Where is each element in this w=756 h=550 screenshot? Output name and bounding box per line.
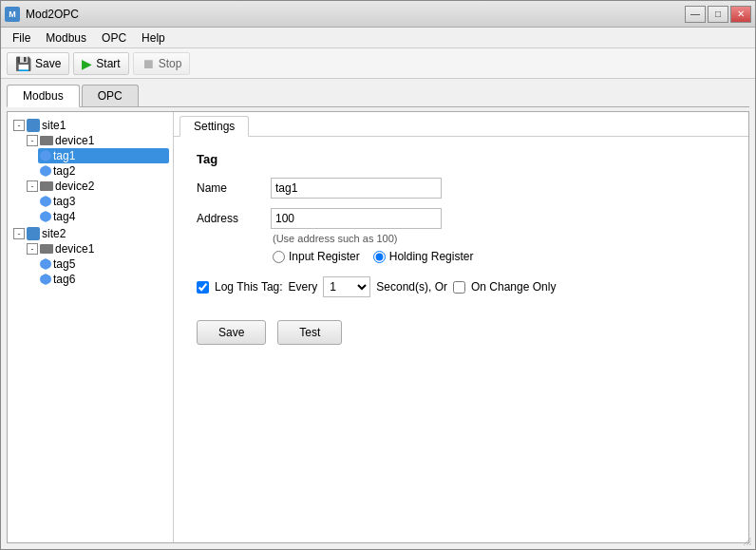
tree-panel: - site1 - device1 [8, 112, 174, 542]
expand-device1b[interactable]: - [27, 243, 38, 255]
menu-bar: File Modbus OPC Help [1, 28, 755, 48]
interval-select[interactable]: 1 2 5 10 30 60 [323, 276, 370, 297]
log-checkbox[interactable] [197, 281, 209, 294]
input-register-label: Input Register [289, 250, 360, 263]
address-row: Address (Use address such as 100) Input … [197, 208, 726, 263]
title-bar: M Mod2OPC — □ ✕ [1, 1, 755, 28]
tree-row-tag4[interactable]: tag4 [38, 209, 169, 224]
title-bar-left: M Mod2OPC [5, 7, 79, 22]
tree-node-site2: - site2 - device1 [11, 226, 169, 287]
menu-file[interactable]: File [5, 29, 38, 47]
tree-node-device2: - device2 tag3 [25, 179, 169, 224]
tree-label-device1: device1 [55, 134, 94, 147]
tree-label-tag2: tag2 [53, 164, 75, 178]
tree-row-device2[interactable]: - device2 [25, 179, 169, 194]
action-buttons: Save Test [197, 320, 726, 345]
tree-row-tag5[interactable]: tag5 [38, 256, 169, 272]
resize-grip[interactable] [742, 536, 753, 547]
device-icon-device1b [40, 244, 53, 254]
input-register-radio[interactable] [273, 251, 285, 263]
expand-device1[interactable]: - [27, 135, 38, 146]
tree-children-device1: tag1 tag2 [25, 148, 169, 179]
main-area: Modbus OPC - site1 [1, 79, 755, 549]
tab-opc[interactable]: OPC [82, 85, 139, 106]
content-pane: - site1 - device1 [7, 111, 749, 543]
tree-row-tag3[interactable]: tag3 [38, 194, 169, 209]
tree-row-site1[interactable]: - site1 [11, 118, 169, 133]
site-icon-site1 [27, 119, 40, 132]
maximize-button[interactable]: □ [708, 6, 728, 23]
every-label: Every [289, 280, 318, 294]
holding-register-label: Holding Register [389, 250, 474, 263]
name-input[interactable] [271, 178, 442, 199]
seconds-label: Second(s), Or [376, 280, 447, 294]
main-tab-bar: Modbus OPC [7, 85, 749, 107]
settings-section-title: Tag [197, 152, 726, 166]
tag-icon-tag3 [40, 196, 51, 207]
tree-children-device1b: tag5 tag6 [25, 256, 169, 287]
menu-opc[interactable]: OPC [94, 29, 134, 47]
tree-row-device1[interactable]: - device1 [25, 133, 169, 148]
tree-node-device1b: - device1 tag5 [25, 241, 169, 287]
save-icon: 💾 [15, 56, 31, 71]
device-icon-device1 [40, 136, 53, 145]
start-icon: ▶ [82, 56, 92, 71]
start-label: Start [96, 57, 120, 70]
input-register-option[interactable]: Input Register [273, 250, 360, 263]
tree-label-tag1: tag1 [53, 149, 75, 162]
settings-tab[interactable]: Settings [180, 116, 249, 137]
tree-row-tag2[interactable]: tag2 [38, 163, 169, 179]
holding-register-radio[interactable] [373, 251, 386, 263]
tree-row-site2[interactable]: - site2 [11, 226, 169, 241]
tree-label-tag6: tag6 [53, 273, 75, 286]
register-type-group: Input Register Holding Register [273, 250, 473, 263]
tree-label-tag5: tag5 [53, 257, 75, 271]
tree-children-site2: - device1 tag5 [11, 241, 169, 287]
holding-register-option[interactable]: Holding Register [373, 250, 474, 263]
tree-label-site1: site1 [42, 119, 66, 132]
tree-children-site1: - device1 tag1 [11, 133, 169, 224]
tag-icon-tag1 [40, 150, 51, 161]
on-change-only-label: On Change Only [471, 280, 556, 294]
tree-row-device1b[interactable]: - device1 [25, 241, 169, 256]
tree-label-device2: device2 [55, 180, 94, 193]
tree-row-tag6[interactable]: tag6 [38, 272, 169, 287]
toolbar-stop-button[interactable]: ⏹ Stop [133, 52, 191, 75]
tag-icon-tag4 [40, 211, 51, 222]
tag-icon-tag2 [40, 165, 51, 177]
tree-label-site2: site2 [42, 227, 66, 240]
settings-content: Tag Name Address (Use address such as 10… [174, 137, 748, 542]
tag-icon-tag5 [40, 258, 51, 270]
on-change-only-checkbox[interactable] [453, 281, 465, 294]
window-title: Mod2OPC [26, 8, 79, 21]
log-row: Log This Tag: Every 1 2 5 10 30 60 Secon… [197, 276, 726, 297]
test-button[interactable]: Test [277, 320, 342, 345]
app-window: M Mod2OPC — □ ✕ File Modbus OPC Help 💾 S… [0, 0, 756, 550]
toolbar-start-button[interactable]: ▶ Start [73, 52, 128, 75]
save-label: Save [35, 57, 61, 70]
site-icon-site2 [27, 227, 40, 240]
tree-label-device1b: device1 [55, 242, 94, 256]
save-button[interactable]: Save [197, 320, 266, 345]
name-row: Name [197, 178, 726, 199]
address-input[interactable] [271, 208, 442, 229]
tree-row-tag1[interactable]: tag1 [38, 148, 169, 163]
tree-node-site1: - site1 - device1 [11, 118, 169, 224]
expand-site1[interactable]: - [13, 120, 25, 131]
tag-icon-tag6 [40, 274, 51, 285]
minimize-button[interactable]: — [685, 6, 706, 23]
close-button[interactable]: ✕ [730, 6, 751, 23]
toolbar: 💾 Save ▶ Start ⏹ Stop [1, 48, 755, 79]
settings-tab-bar: Settings [174, 112, 748, 137]
expand-device2[interactable]: - [27, 180, 38, 192]
tab-modbus[interactable]: Modbus [7, 85, 80, 107]
menu-modbus[interactable]: Modbus [38, 29, 94, 47]
toolbar-save-button[interactable]: 💾 Save [7, 52, 69, 75]
menu-help[interactable]: Help [134, 29, 173, 47]
address-label: Address [197, 212, 263, 225]
settings-panel: Settings Tag Name Address [174, 112, 748, 542]
tree-label-tag4: tag4 [53, 210, 75, 223]
svg-line-2 [749, 543, 751, 545]
expand-site2[interactable]: - [13, 228, 25, 239]
stop-label: Stop [159, 57, 182, 70]
